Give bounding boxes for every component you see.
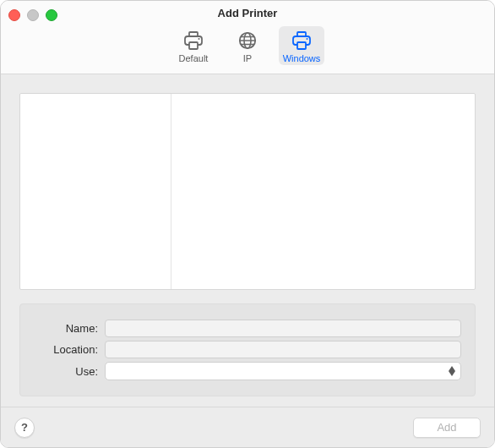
location-input[interactable]: [105, 341, 461, 358]
toolbar-tabs: Default IP: [171, 26, 324, 65]
body: Name: Location: Use:: [1, 74, 494, 407]
close-window-button[interactable]: [8, 9, 20, 21]
titlebar: Add Printer: [1, 1, 494, 25]
svg-point-3: [199, 38, 200, 40]
zoom-window-button[interactable]: [46, 9, 57, 21]
location-row: Location:: [29, 341, 461, 358]
updown-arrows-icon: [446, 363, 458, 379]
name-row: Name:: [29, 320, 461, 337]
use-label: Use:: [29, 365, 105, 378]
minimize-window-button[interactable]: [27, 9, 39, 21]
toolbar: Default IP: [1, 25, 494, 74]
name-input[interactable]: [105, 320, 461, 337]
tab-ip[interactable]: IP: [225, 26, 270, 65]
printer-details-form: Name: Location: Use:: [19, 303, 476, 396]
window-title: Add Printer: [218, 7, 278, 19]
globe-icon: [237, 30, 258, 52]
help-icon: ?: [21, 421, 28, 434]
window: Add Printer Default: [0, 0, 495, 448]
help-button[interactable]: ?: [14, 418, 35, 438]
shared-printer-list[interactable]: [171, 94, 475, 289]
tab-windows[interactable]: Windows: [279, 26, 324, 65]
location-label: Location:: [29, 343, 105, 356]
add-button-label: Add: [437, 421, 456, 434]
svg-point-9: [307, 38, 308, 40]
footer: ? Add: [1, 407, 494, 447]
browser-panes: [19, 93, 476, 290]
add-button[interactable]: Add: [413, 418, 481, 438]
name-label: Name:: [29, 322, 105, 335]
printer-icon: [182, 30, 204, 52]
use-select[interactable]: [105, 362, 461, 380]
printer-windows-icon: [291, 30, 313, 52]
svg-rect-8: [297, 42, 306, 49]
workgroup-list[interactable]: [20, 94, 171, 289]
use-row: Use:: [29, 362, 461, 380]
tab-default[interactable]: Default: [171, 26, 216, 65]
tab-default-label: Default: [179, 53, 209, 63]
tab-ip-label: IP: [243, 53, 252, 63]
svg-rect-2: [189, 42, 198, 49]
tab-windows-label: Windows: [283, 53, 321, 63]
traffic-lights: [8, 9, 57, 21]
